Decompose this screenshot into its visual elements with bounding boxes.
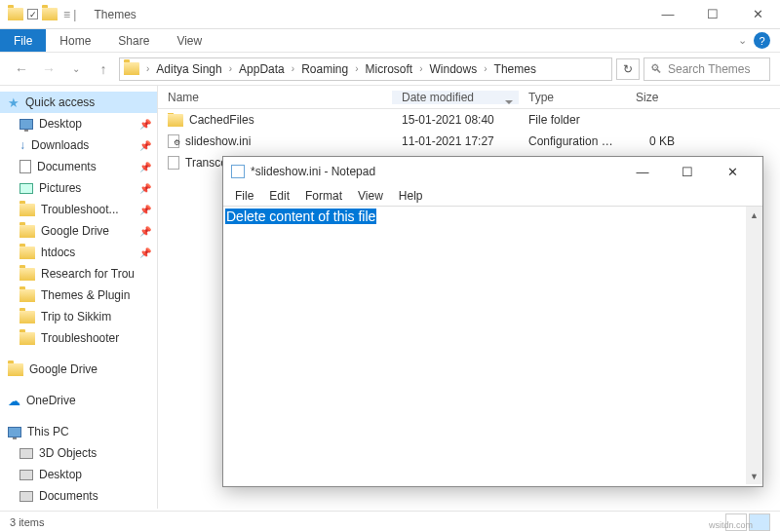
tab-home[interactable]: Home — [46, 29, 104, 52]
breadcrumb[interactable]: Roaming — [299, 62, 350, 76]
sidebar-quick-access[interactable]: ★ Quick access — [0, 92, 157, 113]
sidebar-item-label: Troubleshooter — [41, 331, 119, 345]
star-icon: ★ — [8, 95, 20, 110]
col-size[interactable]: Size — [626, 91, 684, 104]
folder-icon — [42, 8, 58, 20]
col-date[interactable]: Date modified — [392, 91, 519, 104]
pin-icon: 📌 — [139, 183, 151, 194]
file-row[interactable]: CachedFiles15-01-2021 08:40File folder — [158, 109, 780, 131]
menu-edit[interactable]: Edit — [263, 189, 295, 203]
chevron-icon[interactable]: › — [143, 63, 152, 74]
sidebar-item[interactable]: Troubleshoot...📌 — [0, 199, 157, 220]
watermark: wsitdn.com — [709, 520, 753, 530]
explorer-title-bar: ≡ | Themes — ☐ ✕ — [0, 0, 780, 29]
sidebar-label: Quick access — [25, 95, 95, 109]
breadcrumb[interactable]: Aditya Singh — [154, 62, 223, 76]
scroll-up-icon[interactable]: ▲ — [746, 207, 762, 223]
folder-icon — [20, 491, 33, 502]
notepad-title-bar[interactable]: *slideshow.ini - Notepad — ☐ ✕ — [223, 157, 762, 186]
search-input[interactable]: 🔍︎ Search Themes — [644, 57, 770, 81]
menu-view[interactable]: View — [352, 189, 389, 203]
folder-icon — [20, 332, 35, 345]
selected-text: Delete content of this file — [225, 209, 376, 224]
recent-dropdown[interactable]: ⌄ — [64, 57, 88, 81]
notepad-maximize-button[interactable]: ☐ — [665, 157, 710, 186]
folder-icon — [20, 311, 35, 323]
pc-icon — [8, 427, 21, 437]
file-row[interactable]: ⚙slideshow.ini11-01-2021 17:27Configurat… — [158, 131, 780, 152]
pin-icon: 📌 — [139, 247, 151, 258]
sidebar-item[interactable]: Research for Trou — [0, 263, 157, 285]
up-button[interactable]: ↑ — [92, 57, 115, 81]
sidebar-item[interactable]: htdocs📌 — [0, 242, 157, 263]
notepad-close-button[interactable]: ✕ — [710, 157, 755, 186]
notepad-menu-bar: File Edit Format View Help — [223, 186, 762, 206]
sidebar-item-label: Documents — [37, 160, 97, 173]
ribbon-tabs: File Home Share View ⌄ ? — [0, 29, 780, 53]
chevron-icon[interactable]: › — [416, 63, 425, 74]
sidebar-item-label: Pictures — [39, 181, 81, 195]
pictures-icon — [20, 183, 33, 194]
close-button[interactable]: ✕ — [735, 0, 780, 29]
breadcrumb[interactable]: Windows — [428, 62, 480, 76]
tab-share[interactable]: Share — [104, 29, 163, 52]
chevron-icon[interactable]: › — [226, 63, 235, 74]
sidebar-item-label: Desktop — [39, 468, 82, 481]
sidebar-label: Google Drive — [29, 362, 98, 376]
col-type[interactable]: Type — [519, 91, 626, 104]
pin-icon: 📌 — [139, 119, 151, 130]
scrollbar[interactable]: ▲ ▼ — [746, 207, 762, 484]
menu-file[interactable]: File — [229, 189, 259, 203]
sidebar-onedrive[interactable]: ☁ OneDrive — [0, 390, 157, 411]
address-bar[interactable]: › Aditya Singh› AppData› Roaming› Micros… — [119, 57, 612, 81]
sidebar-item[interactable]: Google Drive📌 — [0, 220, 157, 242]
folder-icon — [20, 470, 33, 480]
scroll-down-icon[interactable]: ▼ — [746, 468, 762, 484]
forward-button[interactable]: → — [37, 57, 60, 81]
sidebar-item[interactable]: Documents — [0, 485, 157, 507]
sidebar-item[interactable]: Pictures📌 — [0, 177, 157, 199]
sidebar-item[interactable]: Troubleshooter — [0, 327, 157, 349]
chevron-icon[interactable]: › — [481, 63, 489, 74]
sidebar-item[interactable]: ↓Downloads📌 — [0, 134, 157, 156]
minimize-button[interactable]: — — [645, 0, 690, 29]
tab-file[interactable]: File — [0, 29, 46, 52]
folder-icon — [20, 448, 33, 459]
breadcrumb[interactable]: AppData — [237, 62, 287, 76]
sidebar-item[interactable]: Desktop📌 — [0, 113, 157, 134]
sidebar-item-label: Downloads — [31, 138, 89, 152]
breadcrumb[interactable]: Themes — [492, 62, 538, 76]
refresh-button[interactable]: ↻ — [616, 58, 640, 80]
notepad-text-area[interactable]: Delete content of this file ▲ ▼ — [223, 206, 762, 484]
sidebar-label: This PC — [27, 425, 69, 438]
col-name[interactable]: Name — [158, 91, 392, 104]
tab-view[interactable]: View — [163, 29, 215, 52]
sidebar-item-label: Themes & Plugin — [41, 288, 130, 302]
folder-icon — [20, 289, 35, 302]
back-button[interactable]: ← — [10, 57, 33, 81]
file-date: 11-01-2021 17:27 — [392, 134, 519, 148]
help-icon[interactable]: ? — [754, 32, 770, 49]
sidebar-item[interactable]: Trip to Sikkim — [0, 306, 157, 327]
folder-icon — [20, 247, 35, 259]
sidebar-google-drive[interactable]: Google Drive — [0, 359, 157, 380]
pin-icon: 📌 — [139, 140, 151, 151]
sidebar-item[interactable]: Documents📌 — [0, 156, 157, 177]
chevron-icon[interactable]: › — [352, 63, 361, 74]
sidebar-this-pc[interactable]: This PC — [0, 421, 157, 442]
chevron-icon[interactable]: › — [289, 63, 297, 74]
file-size: 0 KB — [626, 134, 684, 148]
pin-icon: 📌 — [139, 205, 151, 215]
notepad-minimize-button[interactable]: — — [620, 157, 665, 186]
nav-bar: ← → ⌄ ↑ › Aditya Singh› AppData› Roaming… — [0, 53, 780, 86]
breadcrumb[interactable]: Microsoft — [364, 62, 415, 76]
sidebar-item-label: htdocs — [41, 246, 75, 259]
maximize-button[interactable]: ☐ — [690, 0, 735, 29]
sidebar-item[interactable]: 3D Objects — [0, 442, 157, 464]
menu-help[interactable]: Help — [393, 189, 429, 203]
qa-checkbox-icon[interactable] — [27, 9, 38, 19]
sidebar-item[interactable]: Desktop — [0, 464, 157, 485]
sidebar-item[interactable]: Themes & Plugin — [0, 285, 157, 306]
menu-format[interactable]: Format — [299, 189, 348, 203]
notepad-title: *slideshow.ini - Notepad — [251, 165, 375, 178]
